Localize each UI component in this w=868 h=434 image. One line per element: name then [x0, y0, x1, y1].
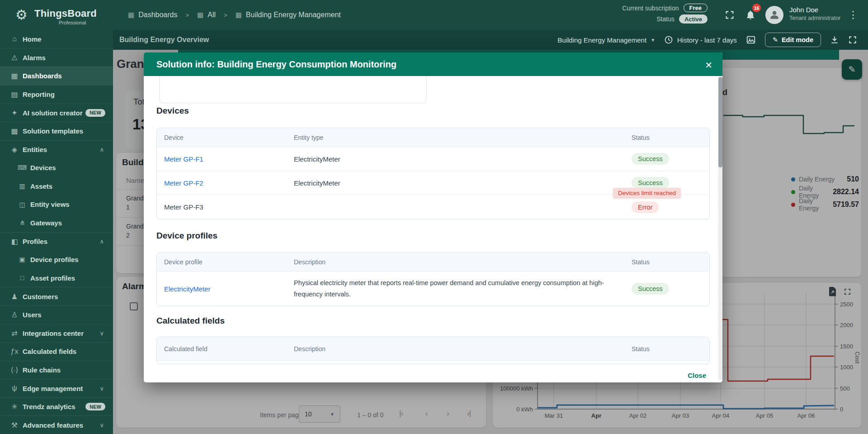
rule-chains-icon: ⟨∙⟩	[9, 366, 20, 374]
breadcrumb-item[interactable]: ▦Building Energy Management	[236, 11, 341, 19]
home-icon: ⌂	[9, 35, 20, 43]
entity-link[interactable]: Meter GP-F1	[164, 155, 203, 163]
more-options-icon[interactable]: ⋮	[848, 9, 858, 21]
sidebar-item-alarms[interactable]: ⚠Alarms	[0, 48, 113, 67]
table-cell: ElectricityMeter	[157, 285, 293, 293]
table-cell: Meter GP-F1	[157, 155, 293, 163]
devices-icon: ⌨	[17, 164, 28, 171]
toolbar-fullscreen-icon[interactable]	[848, 35, 857, 44]
status-badge: Success	[632, 177, 669, 189]
breadcrumb-item[interactable]: ▦All	[197, 11, 216, 19]
sidebar-item-reporting[interactable]: ▤Reporting	[0, 85, 113, 104]
download-icon[interactable]	[830, 35, 839, 44]
chevron-down-icon: ∨	[99, 330, 104, 337]
column-header: Calculated field	[157, 345, 293, 353]
dashboard-group-select[interactable]: Building Energy Management ▼	[557, 36, 655, 44]
close-button[interactable]: Close	[683, 368, 711, 382]
profiles-icon: ◧	[9, 237, 20, 246]
sidebar-item-device-profiles[interactable]: ▣Device profiles	[0, 250, 113, 269]
sidebar-item-edge-management[interactable]: ψEdge management∨	[0, 379, 113, 397]
table-cell: Physical electricity meter that reports …	[293, 277, 631, 300]
dialog-scrollbar[interactable]	[718, 77, 722, 380]
screenshot-icon[interactable]	[746, 35, 756, 45]
sidebar-item-asset-profiles[interactable]: □Asset profiles	[0, 269, 113, 287]
sidebar-item-label: Home	[23, 35, 42, 43]
sidebar-item-gateways[interactable]: ⋔Gateways	[0, 214, 113, 232]
close-icon[interactable]: ✕	[702, 59, 715, 72]
breadcrumb-separator: >	[221, 12, 230, 19]
sidebar-item-rule-chains[interactable]: ⟨∙⟩Rule chains	[0, 361, 113, 379]
sidebar-item-assets[interactable]: ▥Assets	[0, 177, 113, 196]
entity-link[interactable]: Meter GP-F2	[164, 179, 203, 187]
sidebar-item-ai-solution-creator[interactable]: ✦AI solution creatorNEW	[0, 103, 113, 122]
chevron-down-icon: ∨	[99, 422, 104, 429]
edit-mode-button[interactable]: ✎ Edit mode	[765, 33, 821, 47]
devices-heading: Devices	[156, 106, 189, 116]
sidebar-item-home[interactable]: ⌂Home	[0, 30, 113, 48]
edit-mode-label: Edit mode	[782, 36, 813, 43]
sidebar-item-devices[interactable]: ⌨Devices	[0, 158, 113, 177]
sidebar-item-label: Dashboards	[23, 72, 62, 80]
sidebar-item-label: Rule chains	[23, 366, 61, 374]
scrollbar-thumb[interactable]	[718, 77, 722, 167]
sidebar-item-label: Gateways	[30, 219, 62, 227]
time-window-button[interactable]: History - last 7 days	[664, 35, 737, 44]
breadcrumb: ▦Dashboards>▦All>▦Building Energy Manage…	[128, 0, 341, 30]
sidebar-item-dashboards[interactable]: ▦Dashboards	[0, 67, 113, 85]
device-profiles-icon: ▣	[17, 256, 28, 263]
ai-icon: ✦	[9, 109, 20, 117]
dialog-header: Solution info: Building Energy Consumpti…	[144, 52, 722, 76]
column-header: Entity type	[293, 134, 631, 141]
device-profiles-table: Device profileDescriptionStatusElectrici…	[156, 252, 710, 306]
entity-link[interactable]: ElectricityMeter	[164, 285, 211, 293]
sidebar-item-label: Calculated fields	[23, 348, 76, 355]
chevron-down-icon: ▼	[651, 38, 655, 43]
new-badge: NEW	[85, 109, 105, 117]
column-header: Status	[631, 134, 709, 141]
page-title: Building Energy Overview	[119, 36, 209, 44]
sidebar-item-customers[interactable]: ♟Customers	[0, 287, 113, 305]
sidebar-item-entities[interactable]: ◈Entities∧	[0, 140, 113, 159]
breadcrumb-item[interactable]: ▦Dashboards	[128, 11, 177, 19]
device-profiles-heading: Device profiles	[156, 231, 217, 241]
brand-edition: Professional	[59, 20, 86, 25]
advanced-icon: ⚒	[9, 421, 20, 429]
reporting-icon: ▤	[9, 90, 20, 99]
column-header: Description	[293, 258, 631, 266]
avatar[interactable]	[765, 6, 783, 24]
sidebar-item-users[interactable]: ♙Users	[0, 305, 113, 324]
subscription-label: Current subscription	[622, 5, 679, 12]
sidebar-item-label: Entities	[23, 146, 47, 153]
dashboard-grid-icon: ▦	[128, 11, 134, 19]
sidebar-item-profiles[interactable]: ◧Profiles∧	[0, 232, 113, 251]
sidebar-item-solution-templates[interactable]: ▩Solution templates	[0, 122, 113, 140]
users-icon: ♙	[9, 310, 20, 319]
sidebar-item-integrations-center[interactable]: ⇄Integrations center∨	[0, 324, 113, 343]
calculated-fields-icon: ƒx	[9, 348, 20, 356]
table-cell: Success	[631, 177, 709, 189]
calculated-fields-table: Calculated fieldDescriptionStatus	[156, 337, 710, 364]
dashboard-grid-icon: ▦	[236, 11, 242, 19]
sidebar-item-label: Devices	[30, 164, 56, 172]
sidebar-item-entity-views[interactable]: ◫Entity views	[0, 195, 113, 214]
dashboard-toolbar: Building Energy Overview Building Energy…	[113, 30, 868, 50]
column-header: Device	[157, 134, 293, 141]
sidebar-item-calculated-fields[interactable]: ƒxCalculated fields	[0, 342, 113, 361]
subscription-plan-badge[interactable]: Free	[684, 4, 708, 12]
assets-icon: ▥	[17, 182, 28, 190]
new-badge: NEW	[85, 403, 105, 410]
breadcrumb-label: Dashboards	[138, 11, 177, 19]
sidebar-item-trendz-analytics[interactable]: ✳Trendz analyticsNEW	[0, 397, 113, 416]
sidebar-item-label: Customers	[23, 293, 58, 300]
calculated-fields-heading: Calculated fields	[156, 316, 225, 326]
sidebar-item-advanced-features[interactable]: ⚒Advanced features∨	[0, 415, 113, 434]
sidebar-item-label: Trendz analytics	[23, 403, 75, 410]
dashboards-icon: ▦	[9, 72, 20, 80]
entity-views-icon: ◫	[17, 201, 28, 208]
table-cell: Success	[631, 283, 709, 295]
notifications-count-badge[interactable]: 16	[752, 4, 761, 12]
top-bar: ⚙ ThingsBoard Professional ▦Dashboards>▦…	[0, 0, 868, 30]
fullscreen-icon[interactable]	[725, 10, 735, 22]
table-cell: ElectricityMeter	[293, 155, 631, 163]
column-header: Description	[293, 345, 631, 353]
